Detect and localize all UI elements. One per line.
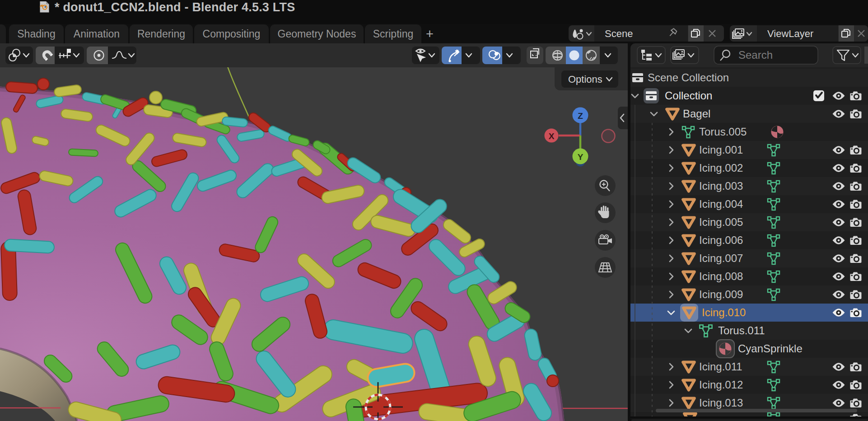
svg-text:Torus.005: Torus.005 (699, 126, 747, 138)
svg-text:CyanSprinkle: CyanSprinkle (738, 342, 803, 355)
svg-text:Torus.011: Torus.011 (718, 324, 765, 337)
svg-text:Options: Options (568, 74, 602, 85)
svg-text:Collection: Collection (665, 89, 712, 102)
svg-text:ViewLayer: ViewLayer (767, 28, 813, 39)
svg-text:Icing.013: Icing.013 (699, 397, 743, 409)
svg-text:Scene: Scene (605, 28, 633, 39)
svg-text:Icing.003: Icing.003 (699, 180, 743, 192)
svg-text:X: X (549, 131, 555, 141)
svg-text:Bagel: Bagel (683, 108, 710, 120)
svg-text:Y: Y (578, 152, 583, 162)
svg-text:Z: Z (578, 111, 583, 121)
svg-text:Icing.010: Icing.010 (702, 306, 746, 318)
svg-text:Search: Search (738, 49, 773, 61)
svg-text:Icing.006: Icing.006 (699, 234, 743, 246)
svg-text:Icing.012: Icing.012 (699, 379, 743, 391)
svg-text:Icing.008: Icing.008 (699, 270, 743, 282)
svg-text:Scene Collection: Scene Collection (648, 71, 729, 84)
svg-text:Icing.005: Icing.005 (699, 216, 743, 228)
svg-text:Icing.002: Icing.002 (699, 162, 743, 174)
svg-text:Icing.004: Icing.004 (699, 198, 743, 210)
svg-text:Icing.007: Icing.007 (699, 252, 743, 264)
svg-text:Icing.001: Icing.001 (699, 144, 743, 156)
svg-text:Icing.011: Icing.011 (699, 360, 742, 373)
svg-text:Icing.009: Icing.009 (699, 288, 743, 300)
